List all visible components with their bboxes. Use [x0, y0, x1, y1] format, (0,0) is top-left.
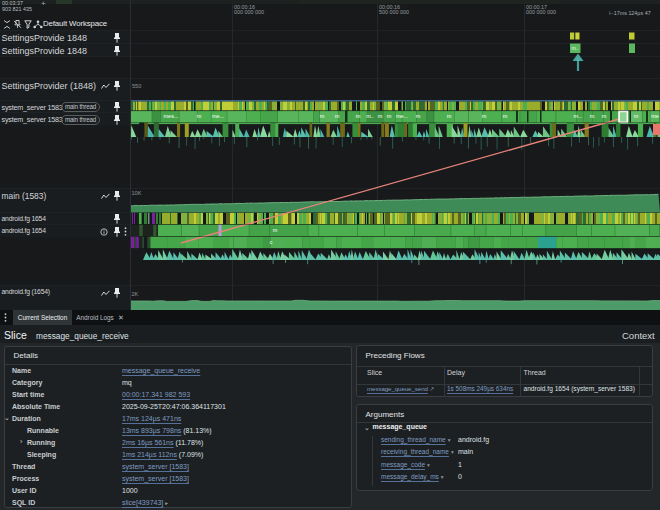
svg-text:m: m — [335, 113, 340, 119]
svg-text:m: m — [320, 113, 325, 119]
svg-text:m: m — [482, 113, 487, 119]
svg-text:me...: me... — [396, 113, 409, 119]
svg-text:m: m — [387, 113, 392, 119]
svg-text:m..: m.. — [366, 113, 374, 119]
svg-text:m: m — [356, 113, 361, 119]
svg-text:m: m — [273, 227, 278, 233]
svg-text:10K: 10K — [132, 190, 142, 196]
svg-text:m: m — [602, 113, 607, 119]
svg-text:550: 550 — [132, 83, 141, 89]
svg-text:2K: 2K — [132, 291, 139, 297]
svg-text:m: m — [503, 113, 508, 119]
svg-text:m: m — [378, 113, 383, 119]
svg-text:m: m — [447, 113, 452, 119]
svg-text:me: me — [651, 113, 659, 119]
svg-text:m: m — [416, 113, 421, 119]
svg-text:c: c — [270, 239, 273, 245]
svg-text:me...: me... — [212, 113, 225, 119]
svg-text:m: m — [634, 113, 639, 119]
svg-text:mes...: mes... — [164, 113, 179, 119]
svg-text:m...: m... — [573, 113, 583, 119]
svg-text:m: m — [590, 113, 595, 119]
svg-text:m..: m.. — [572, 45, 579, 51]
svg-text:m: m — [197, 113, 202, 119]
